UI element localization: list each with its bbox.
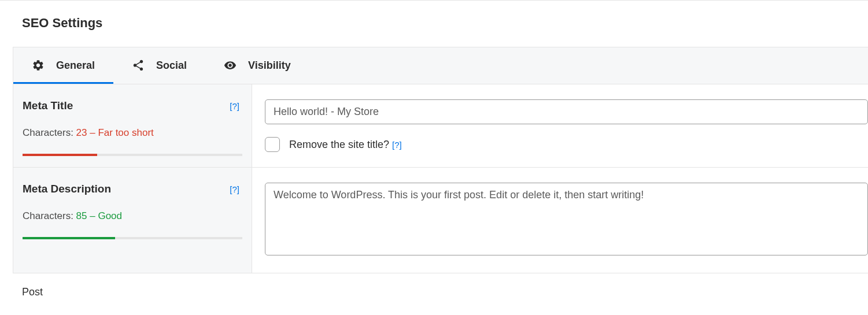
- eye-icon: [224, 59, 237, 72]
- gear-icon: [32, 59, 45, 72]
- panel-title: SEO Settings: [0, 1, 868, 31]
- post-label: Post: [0, 273, 868, 298]
- meta-title-char-count: Characters: 23 – Far too short: [23, 127, 242, 139]
- tab-bar: General Social Visibility: [13, 47, 868, 84]
- meta-description-progress: [23, 237, 242, 239]
- meta-title-help[interactable]: [?]: [230, 101, 242, 111]
- tab-general[interactable]: General: [13, 47, 113, 84]
- tab-label: Visibility: [248, 60, 291, 72]
- meta-description-label: Meta Description: [23, 183, 111, 195]
- tab-social[interactable]: Social: [113, 47, 205, 84]
- meta-description-section: Meta Description [?] Characters: 85 – Go…: [13, 168, 868, 273]
- remove-site-title-help[interactable]: [?]: [392, 140, 405, 150]
- meta-description-help[interactable]: [?]: [230, 184, 242, 194]
- share-icon: [132, 59, 145, 72]
- meta-description-left: Meta Description [?] Characters: 85 – Go…: [13, 168, 252, 273]
- meta-title-section: Meta Title [?] Characters: 23 – Far too …: [13, 84, 868, 168]
- meta-title-label: Meta Title: [23, 99, 73, 112]
- remove-site-title-row: Remove the site title? [?]: [265, 137, 868, 152]
- remove-site-title-checkbox[interactable]: [265, 137, 280, 152]
- meta-description-char-count: Characters: 85 – Good: [23, 210, 242, 222]
- tab-label: Social: [156, 60, 187, 72]
- seo-panel: General Social Visibility Meta Title [?]…: [13, 47, 868, 273]
- tab-label: General: [56, 60, 95, 72]
- meta-title-progress: [23, 154, 242, 156]
- meta-description-right: [252, 168, 868, 273]
- meta-description-progress-fill: [23, 237, 115, 239]
- meta-title-input[interactable]: [265, 99, 868, 124]
- meta-description-input[interactable]: [265, 183, 868, 255]
- remove-site-title-label: Remove the site title? [?]: [289, 139, 405, 151]
- meta-title-progress-fill: [23, 154, 97, 156]
- meta-title-right: Remove the site title? [?]: [252, 84, 868, 167]
- tab-visibility[interactable]: Visibility: [205, 47, 309, 84]
- meta-title-left: Meta Title [?] Characters: 23 – Far too …: [13, 84, 252, 167]
